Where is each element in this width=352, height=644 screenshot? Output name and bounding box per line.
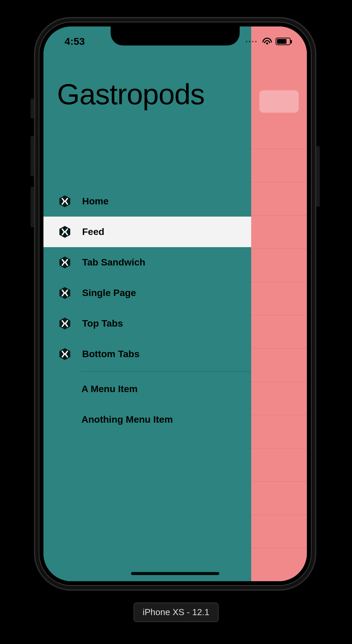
phone-inner-frame: Gastropods Home Feed Tab Sandwich Single… bbox=[39, 22, 312, 586]
simulator-label: iPhone XS - 12.1 bbox=[133, 603, 219, 622]
list-row[interactable] bbox=[251, 115, 307, 149]
nav-item-tab-sandwich[interactable]: Tab Sandwich bbox=[43, 247, 251, 278]
xamarin-icon bbox=[58, 195, 71, 208]
nav-item-label: Bottom Tabs bbox=[82, 349, 140, 360]
content-peek[interactable] bbox=[251, 26, 307, 581]
volume-up-button[interactable] bbox=[31, 136, 34, 177]
nav-item-bottom-tabs[interactable]: Bottom Tabs bbox=[43, 339, 251, 369]
list-row[interactable] bbox=[251, 249, 307, 282]
nav-item-label: Top Tabs bbox=[82, 318, 123, 329]
nav-item-label: Anothing Menu Item bbox=[81, 414, 173, 425]
home-indicator[interactable] bbox=[131, 572, 219, 575]
list-row[interactable] bbox=[251, 282, 307, 315]
volume-down-button[interactable] bbox=[31, 187, 34, 227]
xamarin-icon bbox=[58, 256, 71, 269]
screen: Gastropods Home Feed Tab Sandwich Single… bbox=[43, 26, 307, 581]
nav-item-home[interactable]: Home bbox=[43, 186, 251, 217]
nav-item-anothing-menu-item[interactable]: Anothing Menu Item bbox=[43, 404, 251, 435]
menu-divider bbox=[81, 371, 251, 372]
list-row[interactable] bbox=[251, 548, 307, 581]
xamarin-icon bbox=[58, 225, 71, 238]
navigation-drawer: Gastropods Home Feed Tab Sandwich Single… bbox=[43, 26, 251, 581]
list-row[interactable] bbox=[251, 448, 307, 481]
nav-item-label: Home bbox=[82, 196, 109, 207]
xamarin-icon bbox=[58, 317, 71, 330]
nav-item-a-menu-item[interactable]: A Menu Item bbox=[43, 374, 251, 404]
list-row[interactable] bbox=[251, 149, 307, 182]
nav-item-feed[interactable]: Feed bbox=[43, 217, 251, 247]
mute-switch[interactable] bbox=[31, 98, 34, 119]
ellipsis-icon bbox=[246, 41, 257, 42]
content-header-button[interactable] bbox=[259, 90, 299, 113]
nav-item-top-tabs[interactable]: Top Tabs bbox=[43, 308, 251, 339]
device-notch bbox=[111, 26, 240, 45]
wifi-icon bbox=[262, 38, 272, 45]
list-row[interactable] bbox=[251, 481, 307, 515]
xamarin-icon bbox=[58, 348, 71, 361]
nav-item-label: Feed bbox=[82, 226, 104, 237]
battery-icon bbox=[276, 38, 291, 45]
list-row[interactable] bbox=[251, 415, 307, 448]
nav-item-single-page[interactable]: Single Page bbox=[43, 278, 251, 308]
list-row[interactable] bbox=[251, 215, 307, 249]
nav-item-label: A Menu Item bbox=[81, 384, 137, 394]
nav-item-label: Tab Sandwich bbox=[82, 257, 145, 268]
content-list[interactable] bbox=[251, 115, 307, 581]
xamarin-icon bbox=[58, 287, 71, 299]
list-row[interactable] bbox=[251, 382, 307, 415]
list-row[interactable] bbox=[251, 515, 307, 548]
list-row[interactable] bbox=[251, 315, 307, 348]
list-row[interactable] bbox=[251, 182, 307, 215]
nav-item-label: Single Page bbox=[82, 288, 136, 298]
status-icons bbox=[246, 38, 291, 45]
status-time: 4:53 bbox=[64, 36, 85, 47]
phone-frame: Gastropods Home Feed Tab Sandwich Single… bbox=[34, 17, 316, 591]
list-row[interactable] bbox=[251, 348, 307, 382]
side-button[interactable] bbox=[316, 146, 320, 207]
nav-menu: Home Feed Tab Sandwich Single Page Top T… bbox=[43, 186, 251, 435]
